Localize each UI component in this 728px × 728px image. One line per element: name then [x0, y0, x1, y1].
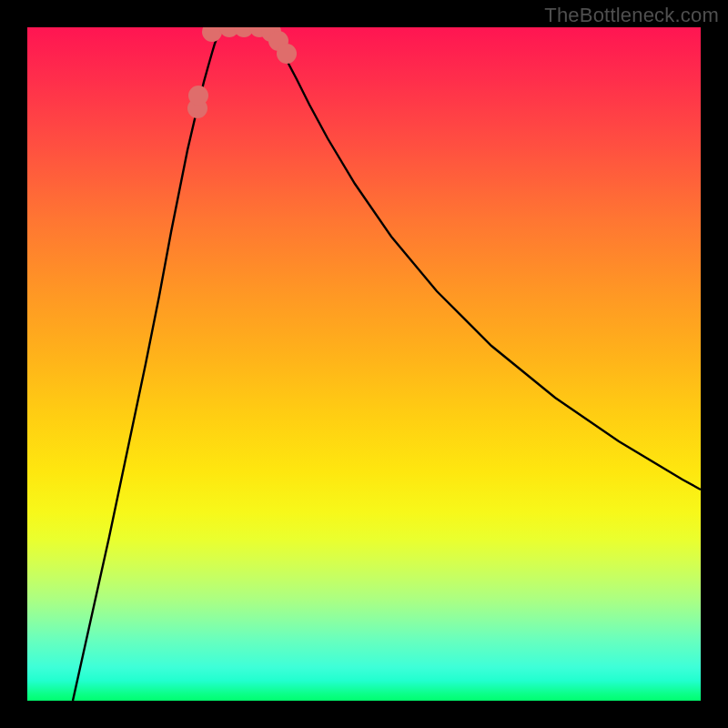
right-curve	[246, 27, 701, 490]
data-dot	[277, 44, 297, 64]
data-dot	[202, 27, 222, 42]
watermark-text: TheBottleneck.com	[544, 4, 719, 27]
chart-root: TheBottleneck.com	[0, 0, 728, 728]
dot-cluster	[187, 27, 297, 118]
left-curve	[73, 27, 246, 701]
chart-svg	[27, 27, 701, 701]
data-dot	[188, 86, 208, 106]
plot-area	[27, 27, 701, 701]
